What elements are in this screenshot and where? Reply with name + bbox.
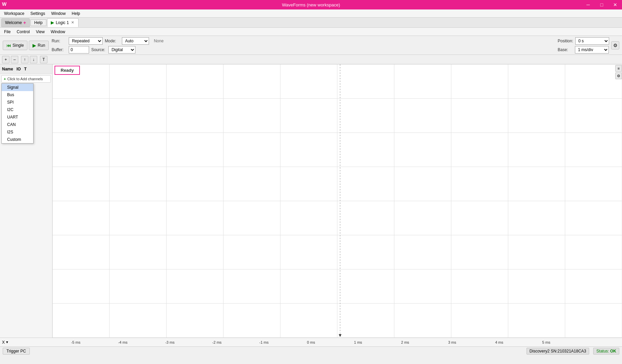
- dropdown-can[interactable]: CAN: [2, 121, 33, 128]
- base-row: Base: 1 ms/div 2 ms/div 5 ms/div: [558, 46, 609, 53]
- run-label: Run: [38, 43, 45, 48]
- main-area: Name IO T + Click to Add channels Signal…: [0, 64, 622, 346]
- time-label-0: -5 ms: [71, 340, 81, 344]
- dropdown-signal[interactable]: Signal: [2, 84, 33, 91]
- run-row: Run: Repeated Single Record Mode: Auto N…: [51, 37, 164, 45]
- welcome-tab-label: Welcome: [5, 20, 22, 25]
- welcome-plus-icon: +: [23, 20, 26, 25]
- time-label-10: 5 ms: [542, 340, 550, 344]
- logic1-tab-label: Logic 1: [56, 20, 69, 25]
- trigger-pc-button[interactable]: Trigger PC: [3, 348, 30, 355]
- secondary-menu-bar: File Control View Window: [0, 28, 622, 36]
- run-field-label: Run:: [51, 39, 67, 43]
- status-bar: Trigger PC Discovery2 SN:210321A18CA3 St…: [0, 346, 622, 355]
- channel-header: Name IO T: [0, 64, 52, 74]
- dropdown-uart[interactable]: UART: [2, 113, 33, 121]
- position-label: Position:: [558, 39, 573, 43]
- single-label: Single: [13, 43, 24, 48]
- waveform-zoom-button[interactable]: ⚙: [615, 72, 622, 79]
- buffer-input[interactable]: [69, 46, 89, 53]
- add-channels-plus-icon: +: [4, 77, 6, 81]
- t-col-header: T: [24, 67, 26, 71]
- remove-channel-button[interactable]: –: [11, 56, 18, 63]
- name-col-header: Name: [2, 67, 13, 71]
- menu-bar: Workspace Settings Window Help: [0, 9, 622, 18]
- sec-menu-view[interactable]: View: [33, 29, 47, 35]
- position-base-group: Position: 0 s 1 s -1 s Base: 1 ms/div 2 …: [558, 37, 619, 53]
- dropdown-custom[interactable]: Custom: [2, 136, 33, 143]
- side-controls: ≡ ⚙: [615, 64, 622, 80]
- dropdown-i2c[interactable]: I2C: [2, 106, 33, 113]
- x-dropdown-icon: ▼: [5, 340, 9, 344]
- dropdown-bus[interactable]: Bus: [2, 91, 33, 99]
- trigger-button[interactable]: T: [40, 56, 47, 63]
- ready-badge: Ready: [55, 66, 80, 75]
- play-triangle-icon: ▶: [51, 20, 54, 25]
- position-row: Position: 0 s 1 s -1 s: [558, 37, 609, 45]
- tab-logic1[interactable]: ▶ Logic 1 ✕: [47, 18, 79, 27]
- status-key: Status:: [596, 349, 609, 354]
- menu-settings[interactable]: Settings: [28, 10, 48, 17]
- time-label-5: 0 ms: [307, 340, 315, 344]
- source-select[interactable]: Digital Analog: [108, 46, 135, 53]
- buffer-row: Buffer: Source: Digital Analog: [51, 46, 164, 53]
- single-icon: ⏮: [6, 43, 11, 48]
- time-axis: X ▼ -5 ms-4 ms-3 ms-2 ms-1 ms0 ms1 ms2 m…: [0, 338, 622, 346]
- waveform-grid: [52, 64, 622, 338]
- window-controls: ─ □ ✕: [581, 0, 622, 9]
- menu-help[interactable]: Help: [69, 10, 83, 17]
- base-select[interactable]: 1 ms/div 2 ms/div 5 ms/div: [575, 46, 609, 53]
- mode-select[interactable]: Auto Normal Trigger: [122, 37, 149, 45]
- dropdown-spi[interactable]: SPI: [2, 99, 33, 106]
- single-button[interactable]: ⏮ Single: [3, 41, 27, 50]
- device-status: Discovery2 SN:210321A18CA3: [527, 348, 589, 355]
- time-label-2: -3 ms: [165, 340, 175, 344]
- add-channels-label: Click to Add channels: [7, 77, 43, 81]
- base-label: Base:: [558, 47, 573, 52]
- time-label-6: 1 ms: [354, 340, 362, 344]
- status-right: Discovery2 SN:210321A18CA3 Status: OK: [527, 348, 619, 355]
- title-bar: W WaveForms (new workspace) ─ □ ✕: [0, 0, 622, 9]
- menu-window[interactable]: Window: [48, 10, 68, 17]
- position-select[interactable]: 0 s 1 s -1 s: [575, 37, 609, 45]
- source-field-label: Source:: [91, 47, 106, 52]
- svg-marker-21: [339, 334, 341, 337]
- x-axis-label: X ▼: [0, 340, 52, 345]
- toolbar-settings: Run: Repeated Single Record Mode: Auto N…: [51, 37, 164, 53]
- status-ok-badge: Status: OK: [593, 348, 619, 355]
- toolbar: ⏮ Single ▶ Run Run: Repeated Single Reco…: [0, 36, 622, 55]
- add-channels-button[interactable]: + Click to Add channels: [1, 75, 51, 83]
- window-title: WaveForms (new workspace): [282, 2, 340, 7]
- close-button[interactable]: ✕: [608, 0, 622, 9]
- sec-menu-file[interactable]: File: [1, 29, 13, 35]
- move-down-button[interactable]: ↓: [30, 56, 37, 63]
- tab-welcome[interactable]: Welcome +: [1, 18, 30, 27]
- maximize-button[interactable]: □: [595, 0, 608, 9]
- dropdown-i2s[interactable]: I2S: [2, 128, 33, 136]
- help-button[interactable]: Help: [30, 19, 46, 26]
- waveform-settings-button[interactable]: ≡: [615, 65, 622, 72]
- status-value: OK: [610, 349, 616, 354]
- sec-menu-control[interactable]: Control: [14, 29, 33, 35]
- waveform-area: Ready ≡ ⚙: [52, 64, 622, 338]
- menu-workspace[interactable]: Workspace: [1, 10, 27, 17]
- add-channel-button[interactable]: +: [2, 56, 9, 63]
- time-label-9: 4 ms: [495, 340, 503, 344]
- x-label-text: X: [2, 340, 5, 345]
- time-axis-inner: -5 ms-4 ms-3 ms-2 ms-1 ms0 ms1 ms2 ms3 m…: [52, 338, 570, 346]
- run-select[interactable]: Repeated Single Record: [69, 37, 103, 45]
- sec-menu-window[interactable]: Window: [48, 29, 68, 35]
- tab-bar: Welcome + Help ▶ Logic 1 ✕: [0, 18, 622, 28]
- io-col-header: IO: [17, 67, 21, 71]
- run-button[interactable]: ▶ Run: [29, 41, 49, 50]
- settings-gear-button[interactable]: ⚙: [611, 41, 619, 49]
- time-label-7: 2 ms: [401, 340, 409, 344]
- logic1-close-icon[interactable]: ✕: [70, 20, 75, 25]
- app-logo: W: [2, 1, 9, 8]
- minimize-button[interactable]: ─: [581, 0, 595, 9]
- none-label: None: [154, 39, 164, 43]
- run-play-icon: ▶: [33, 43, 36, 48]
- time-label-1: -4 ms: [118, 340, 128, 344]
- move-up-button[interactable]: ↑: [21, 56, 28, 63]
- time-label-8: 3 ms: [448, 340, 456, 344]
